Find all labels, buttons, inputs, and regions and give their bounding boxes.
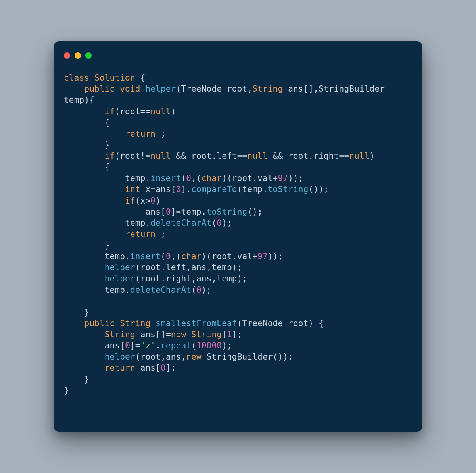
close-icon[interactable] xyxy=(64,52,70,59)
code-token xyxy=(64,107,105,116)
code-token xyxy=(64,151,105,161)
code-token: 97 xyxy=(278,173,288,183)
code-token: 0 xyxy=(161,363,166,373)
code-token: char xyxy=(202,173,222,183)
code-token: root xyxy=(288,319,308,328)
code-token: ans xyxy=(140,363,156,373)
code-token: )); xyxy=(288,173,303,183)
code-token: ans xyxy=(105,341,120,350)
code-token: ( xyxy=(135,352,140,361)
code-token: ans xyxy=(146,207,161,217)
code-token: 0 xyxy=(166,207,171,217)
code-token: ()); xyxy=(309,185,329,194)
code-token: ( xyxy=(161,252,166,261)
code-token xyxy=(64,352,105,361)
code-token: root xyxy=(120,107,140,116)
code-token xyxy=(64,319,84,328)
code-token: ]; xyxy=(166,363,176,373)
code-token xyxy=(64,196,125,206)
code-token: if xyxy=(125,196,135,206)
code-token: public xyxy=(84,84,115,94)
code-token: String xyxy=(191,330,222,339)
code-token: ; xyxy=(155,229,166,239)
code-token: String xyxy=(252,84,283,94)
code-token xyxy=(64,363,105,373)
code-token xyxy=(64,229,125,239)
code-token: [ xyxy=(161,207,166,217)
minimize-icon[interactable] xyxy=(75,52,81,59)
code-token: = xyxy=(166,330,171,339)
code-token: != xyxy=(140,151,151,161)
code-token: } xyxy=(64,308,89,317)
code-token: . xyxy=(125,252,130,261)
code-token: val xyxy=(257,173,273,183)
code-token: root xyxy=(140,274,161,283)
code-token: helper xyxy=(105,274,135,283)
code-token: char xyxy=(181,252,201,261)
code-token xyxy=(64,274,105,283)
code-token: 97 xyxy=(257,252,268,261)
code-token: helper xyxy=(146,84,176,94)
code-token: temp xyxy=(181,207,201,217)
code-token xyxy=(64,218,125,228)
code-token: ( xyxy=(135,196,140,206)
code-token: . xyxy=(161,263,166,272)
code-token: 0 xyxy=(150,196,155,206)
code-token: ( xyxy=(115,107,120,116)
code-token: helper xyxy=(105,263,135,272)
code-token: [] xyxy=(155,330,166,339)
code-token: smallestFromLeaf xyxy=(155,319,237,328)
code-token: ] xyxy=(130,341,135,350)
code-token: return xyxy=(125,229,155,239)
code-token: [ xyxy=(171,185,176,194)
code-token: )( xyxy=(222,173,232,183)
code-token: ()); xyxy=(273,352,293,361)
code-token: } xyxy=(64,386,69,395)
code-token: )); xyxy=(268,252,283,261)
code-token xyxy=(283,84,288,94)
code-token: root xyxy=(211,252,232,261)
code-token: StringBuilder xyxy=(207,352,273,361)
code-token: > xyxy=(146,196,151,206)
code-token: 0 xyxy=(166,252,171,261)
code-token: if xyxy=(105,151,115,161)
code-token: ans xyxy=(191,263,207,272)
code-token: , xyxy=(181,352,186,361)
code-token: root xyxy=(232,173,252,183)
code-token: ); xyxy=(237,274,248,283)
code-token: , xyxy=(207,263,212,272)
code-token: null xyxy=(247,151,267,161)
window-titlebar xyxy=(54,41,422,61)
code-editor[interactable]: class Solution { public void helper(Tree… xyxy=(54,61,422,396)
code-token: temp xyxy=(125,218,145,228)
code-token: ( xyxy=(237,185,242,194)
code-token: 0 xyxy=(217,218,222,228)
code-token: . xyxy=(146,218,151,228)
code-token: root xyxy=(288,151,308,161)
code-token xyxy=(150,319,155,328)
code-token xyxy=(385,84,390,94)
code-token xyxy=(64,285,105,295)
code-token: ( xyxy=(181,173,186,183)
code-token: ); xyxy=(222,341,232,350)
code-token xyxy=(64,341,105,350)
code-token: x xyxy=(140,196,146,206)
code-token: insert xyxy=(130,252,161,261)
code-token: ) { xyxy=(309,319,324,328)
code-token: if xyxy=(105,107,115,116)
code-token: [], xyxy=(303,84,319,94)
code-token: TreeNode xyxy=(181,84,222,94)
code-token: compareTo xyxy=(191,185,237,194)
maximize-icon[interactable] xyxy=(85,52,92,59)
code-token xyxy=(186,151,191,161)
code-token: toString xyxy=(268,185,309,194)
code-token: int xyxy=(125,185,140,194)
code-token: deleteCharAt xyxy=(150,218,211,228)
code-token: temp xyxy=(105,252,125,261)
code-token: ) xyxy=(155,196,161,206)
code-token: root xyxy=(140,263,161,272)
code-token: temp xyxy=(125,173,145,183)
code-token: . xyxy=(263,185,268,194)
code-token: 0 xyxy=(186,173,191,183)
code-token: root xyxy=(191,151,211,161)
